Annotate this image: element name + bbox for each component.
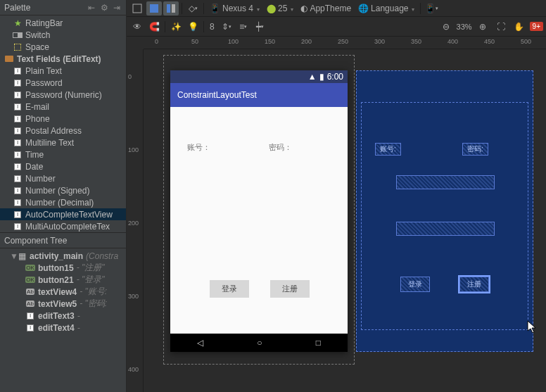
nav-back-icon: ◁ — [197, 338, 203, 348]
palette-item-plain-text[interactable]: IPlain Text — [0, 65, 126, 77]
switch-icon — [13, 31, 23, 39]
app-title: ConstraintLayoutTest — [177, 90, 257, 100]
battery-icon: ▮ — [319, 72, 324, 82]
design-preview[interactable]: ▲ ▮ 6:00 ConstraintLayoutTest 账号： 密码： 登录… — [170, 70, 348, 352]
palette-header: Palette ⇤ ⚙ ⇥ — [0, 0, 126, 15]
spacing-icon[interactable]: ⇕▾ — [219, 20, 234, 34]
theme-selector[interactable]: ◐AppTheme — [298, 4, 354, 13]
design-canvas[interactable]: ▲ ▮ 6:00 ConstraintLayoutTest 账号： 密码： 登录… — [144, 49, 546, 392]
svg-rect-2 — [167, 4, 170, 13]
bp-edittext4[interactable] — [396, 222, 495, 236]
textfield-icon: I — [13, 151, 23, 159]
ct-node-textView5[interactable]: AbtextView5 - "密码: — [0, 298, 126, 310]
language-selector[interactable]: 🌐Language — [355, 4, 417, 13]
label-account[interactable]: 账号： — [187, 142, 210, 153]
edittext-icon: I — [27, 324, 34, 331]
textfield-icon: I — [13, 103, 23, 111]
fit-icon[interactable]: ⛶ — [493, 20, 509, 34]
ruler-vertical: 0100200300400 — [127, 49, 144, 392]
palette-tree: ★RatingBar Switch Space Text Fields (Edi… — [0, 15, 126, 234]
palette-item-date[interactable]: IDate — [0, 160, 126, 172]
gear-icon[interactable]: ⚙ — [99, 3, 109, 13]
textfield-icon: I — [13, 67, 23, 75]
palette-item-phone[interactable]: IPhone — [0, 113, 126, 125]
star-icon: ★ — [13, 19, 23, 27]
palette-item-e-mail[interactable]: IE-mail — [0, 101, 126, 113]
palette-item-password[interactable]: IPassword — [0, 77, 126, 89]
ruler-tick: 400 — [447, 38, 458, 45]
device-selector[interactable]: 📱Nexus 4 — [207, 4, 262, 13]
default-margin[interactable]: 8 — [207, 22, 217, 32]
palette-item-number[interactable]: INumber — [0, 172, 126, 184]
folder-icon — [4, 55, 14, 63]
warnings-badge[interactable]: 9+ — [530, 22, 543, 31]
layout-icon: ▦ — [17, 251, 27, 261]
svg-rect-1 — [150, 4, 158, 13]
ruler-tick: 300 — [374, 38, 385, 45]
eye-icon[interactable]: 👁 — [129, 20, 145, 34]
ct-node-button21[interactable]: OKbutton21 - "登录" — [0, 274, 126, 286]
palette-item-time[interactable]: ITime — [0, 148, 126, 160]
register-button[interactable]: 注册 — [270, 280, 310, 298]
ct-node-editText4[interactable]: IeditText4 - — [0, 322, 126, 334]
palette-group-textfields[interactable]: Text Fields (EditText) — [0, 53, 126, 65]
variant-icon[interactable]: 📱▾ — [424, 1, 439, 15]
login-button[interactable]: 登录 — [210, 280, 249, 298]
textfield-icon: I — [13, 79, 23, 87]
palette-item-number-decimal-[interactable]: INumber (Decimal) — [0, 196, 126, 208]
guideline-icon[interactable]: ┿▾ — [253, 20, 268, 34]
component-tree-title: Component Tree — [4, 236, 122, 246]
layout-content[interactable]: 账号： 密码： 登录 注册 — [170, 107, 348, 334]
magnet-icon[interactable]: 🧲 — [146, 20, 162, 34]
palette-item-multiline-text[interactable]: IMultiline Text — [0, 137, 126, 148]
component-tree: ▼ ▦ activity_main (Constra OKbutton15 - … — [0, 248, 126, 335]
design-blueprint-icon[interactable] — [146, 1, 162, 15]
label-password[interactable]: 密码： — [269, 142, 292, 153]
bp-label-account[interactable]: 账号: — [375, 143, 401, 156]
textview-icon: Ab — [26, 289, 34, 295]
orientation-icon[interactable]: ◇▾ — [185, 1, 201, 15]
wand-icon[interactable]: ✨ — [168, 20, 184, 34]
palette-item-password-numeric-[interactable]: IPassword (Numeric) — [0, 89, 126, 101]
textfield-icon: I — [13, 210, 23, 219]
palette-item-switch[interactable]: Switch — [0, 29, 126, 41]
separator-icon[interactable]: ⇥ — [112, 3, 122, 13]
palette-item-autocompletetextview[interactable]: IAutoCompleteTextView — [0, 208, 126, 220]
collapse-icon[interactable]: ⇤ — [87, 3, 96, 13]
status-time: 6:00 — [327, 72, 343, 82]
globe-icon: 🌐 — [358, 4, 369, 13]
align-icon[interactable]: ≡▾ — [236, 20, 251, 34]
palette-item-space[interactable]: Space — [0, 41, 126, 53]
bp-label-password[interactable]: 密码: — [462, 143, 488, 156]
palette-item-number-signed-[interactable]: INumber (Signed) — [0, 184, 126, 196]
ruler-tick: 0 — [155, 38, 158, 45]
ct-node-textView4[interactable]: AbtextView4 - "账号: — [0, 286, 126, 298]
ruler-tick: 200 — [301, 38, 312, 45]
ruler-tick: 350 — [411, 38, 421, 45]
bp-edittext3[interactable] — [396, 175, 495, 189]
design-tab-icon[interactable] — [129, 1, 145, 15]
status-bar: ▲ ▮ 6:00 — [170, 70, 348, 83]
ct-root[interactable]: ▼ ▦ activity_main (Constra — [0, 250, 126, 262]
ruler-tick: 100 — [128, 146, 139, 153]
ruler-tick: 100 — [228, 38, 239, 45]
palette-item-ratingbar[interactable]: ★RatingBar — [0, 17, 126, 29]
pan-icon[interactable]: ✋ — [512, 20, 527, 34]
api-selector[interactable]: ⬤25 — [264, 4, 296, 13]
bulb-icon[interactable]: 💡 — [185, 20, 201, 34]
palette-item-postal-address[interactable]: IPostal Address — [0, 125, 126, 137]
palette-item-multiautocompletetex[interactable]: IMultiAutoCompleteTex — [0, 220, 126, 232]
textfield-icon: I — [13, 163, 23, 171]
bp-register-button[interactable]: 注册 — [459, 277, 489, 292]
zoom-out-icon[interactable]: ⊖ — [438, 20, 454, 34]
split-view-icon[interactable] — [163, 1, 179, 15]
designer-toolbar-top: ◇▾ 📱Nexus 4 ⬤25 ◐AppTheme 🌐Language 📱▾ — [127, 0, 546, 17]
zoom-in-icon[interactable]: ⊕ — [475, 20, 490, 34]
designer-toolbar-second: 👁 🧲 ✨ 💡 8 ⇕▾ ≡▾ ┿▾ ⊖ 33% ⊕ ⛶ ✋ 9+ — [127, 17, 546, 37]
disclosure-icon[interactable]: ▼ — [10, 251, 17, 261]
blueprint-preview[interactable]: 账号: 密码: 登录 注册 — [356, 70, 533, 352]
textview-icon: Ab — [26, 301, 34, 307]
ct-node-button15[interactable]: OKbutton15 - "注册" — [0, 262, 126, 274]
ct-node-editText3[interactable]: IeditText3 - — [0, 310, 126, 322]
bp-login-button[interactable]: 登录 — [400, 277, 430, 292]
